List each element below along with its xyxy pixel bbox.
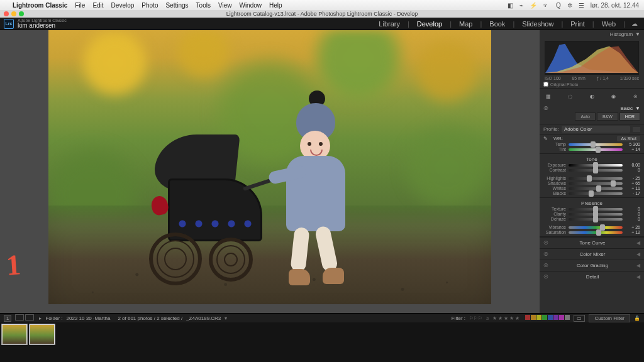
shadows-value[interactable]: + 65 <box>625 181 640 185</box>
filter-toggle-icon[interactable]: ▭ <box>574 315 585 322</box>
exposure-value[interactable]: 0,00 <box>625 163 640 167</box>
profile-select[interactable]: Adobe Color <box>562 126 630 133</box>
cloud-icon[interactable]: ☁ <box>631 20 638 27</box>
exposure-slider[interactable] <box>569 164 623 167</box>
filter-compare-icon[interactable]: ≥ <box>486 315 489 321</box>
status-wifi-icon[interactable]: ᯤ <box>543 2 550 9</box>
module-picker: Library| Develop| Map| Book| Slideshow| … <box>377 20 626 28</box>
close-icon[interactable] <box>4 11 9 16</box>
chevron-down-icon[interactable]: ▼ <box>635 106 640 111</box>
panel-title-basic[interactable]: Basic <box>621 106 633 111</box>
status-battery2-icon[interactable]: ⚡ <box>530 2 537 9</box>
module-book[interactable]: Book <box>488 20 506 28</box>
highlights-slider[interactable] <box>569 177 623 180</box>
status-search-icon[interactable]: Q <box>556 2 561 9</box>
eyedropper-icon[interactable]: ✎ <box>543 136 550 141</box>
module-print[interactable]: Print <box>569 20 586 28</box>
tint-slider[interactable] <box>569 148 623 151</box>
saturation-value[interactable]: + 12 <box>625 230 640 234</box>
view-mode-buttons[interactable] <box>15 314 35 322</box>
clarity-slider[interactable] <box>569 213 623 216</box>
filmstrip[interactable] <box>0 322 644 362</box>
heal-icon[interactable]: ◌ <box>565 91 575 101</box>
radial-icon[interactable]: ⊙ <box>630 91 640 101</box>
redeye-icon[interactable]: ◉ <box>609 91 619 101</box>
filter-stars[interactable]: ★★★★★ <box>492 315 521 321</box>
whites-slider[interactable] <box>569 187 623 190</box>
menu-develop[interactable]: Develop <box>111 2 135 9</box>
blacks-value[interactable]: - 17 <box>625 191 640 195</box>
zoom-icon[interactable] <box>19 11 24 16</box>
tint-value[interactable]: + 14 <box>625 147 640 151</box>
highlights-value[interactable]: - 25 <box>625 176 640 180</box>
auto-button[interactable]: Auto <box>575 112 595 121</box>
menu-tools[interactable]: Tools <box>196 2 211 9</box>
texture-slider[interactable] <box>569 208 623 211</box>
temp-value[interactable]: 5 300 <box>625 142 640 146</box>
switch-icon[interactable]: ⦿ <box>543 106 548 111</box>
photo-viewer[interactable]: 1 <box>0 30 540 313</box>
module-web[interactable]: Web <box>601 20 617 28</box>
module-develop[interactable]: Develop <box>416 20 443 28</box>
menu-edit[interactable]: Edit <box>92 2 103 9</box>
folder-name[interactable]: 2022 10 30 -Martha <box>67 315 111 321</box>
bw-button[interactable]: B&W <box>597 112 618 121</box>
minimize-icon[interactable] <box>11 11 16 16</box>
module-slideshow[interactable]: Slideshow <box>521 20 555 28</box>
shadows-slider[interactable] <box>569 182 623 185</box>
status-control-icon[interactable]: ✲ <box>567 2 572 9</box>
menu-view[interactable]: View <box>218 2 232 9</box>
wb-select[interactable]: As Shot <box>617 136 640 141</box>
dehaze-slider[interactable] <box>569 218 623 221</box>
display-badge[interactable]: 1 <box>4 315 11 322</box>
presence-heading: Presence <box>543 200 640 206</box>
menu-window[interactable]: Window <box>239 2 262 9</box>
mask-icon[interactable]: ◐ <box>587 91 597 101</box>
whites-value[interactable]: + 11 <box>625 186 640 190</box>
menubar-app[interactable]: Lightroom Classic <box>13 2 67 9</box>
filter-label: Filter : <box>452 315 465 321</box>
thumbnail[interactable] <box>2 324 27 344</box>
dehaze-label: Dehaze <box>543 217 566 221</box>
menubar-clock[interactable]: lør. 28. okt. 12.44 <box>591 2 639 9</box>
vibrance-value[interactable]: + 26 <box>625 225 640 229</box>
panel-colorgrading[interactable]: ⦿Color Grading◀ <box>540 260 644 271</box>
texture-value[interactable]: 0 <box>625 207 640 211</box>
menu-help[interactable]: Help <box>269 2 282 9</box>
panel-colormixer[interactable]: ⦿Color Mixer◀ <box>540 248 644 260</box>
temp-slider[interactable] <box>569 143 623 146</box>
dehaze-value[interactable]: 0 <box>625 217 640 221</box>
filename[interactable]: _Z4A0189.CR3 <box>186 315 221 321</box>
panel-detail[interactable]: ⦿Detail◀ <box>540 271 644 282</box>
contrast-value[interactable]: 0 <box>625 168 640 172</box>
profile-browser-icon[interactable] <box>633 127 640 132</box>
module-library[interactable]: Library <box>377 20 401 28</box>
blacks-slider[interactable] <box>569 192 623 195</box>
window-title: Lightroom Catalog-v13.lrcat - Adobe Phot… <box>0 11 644 17</box>
filter-flags[interactable]: ⚐⚐⚐ <box>469 315 482 321</box>
hdr-button[interactable]: HDR <box>619 112 640 121</box>
menu-file[interactable]: File <box>75 2 85 9</box>
vibrance-slider[interactable] <box>569 226 623 229</box>
filter-color-swatches[interactable] <box>525 315 570 321</box>
saturation-slider[interactable] <box>569 231 623 234</box>
status-display-icon[interactable]: ◧ <box>508 2 513 9</box>
develop-panel: Histogram ▼ ISO 100 85 mm ƒ / 1,4 1/320 … <box>540 30 644 313</box>
status-battery1-icon[interactable]: ⌁ <box>519 2 523 9</box>
custom-filter-select[interactable]: Custom Filter <box>589 314 630 322</box>
menu-settings[interactable]: Settings <box>165 2 188 9</box>
chevron-down-icon[interactable]: ▼ <box>635 31 640 37</box>
status-menu-icon[interactable]: ☰ <box>579 2 584 9</box>
original-photo-toggle[interactable]: Original Photo <box>543 82 640 87</box>
contrast-slider[interactable] <box>569 169 623 172</box>
crop-icon[interactable]: ▦ <box>543 91 553 101</box>
clarity-value[interactable]: 0 <box>625 212 640 216</box>
panel-title-histogram[interactable]: Histogram <box>610 31 633 37</box>
menu-photo[interactable]: Photo <box>142 2 158 9</box>
panel-tonecurve[interactable]: ⦿Tone Curve◀ <box>540 237 644 248</box>
module-map[interactable]: Map <box>458 20 474 28</box>
window-titlebar: Lightroom Catalog-v13.lrcat - Adobe Phot… <box>0 10 644 18</box>
histogram-chart[interactable] <box>545 41 639 75</box>
thumbnail[interactable] <box>30 324 55 344</box>
filter-lock-icon[interactable]: 🔒 <box>634 315 640 321</box>
